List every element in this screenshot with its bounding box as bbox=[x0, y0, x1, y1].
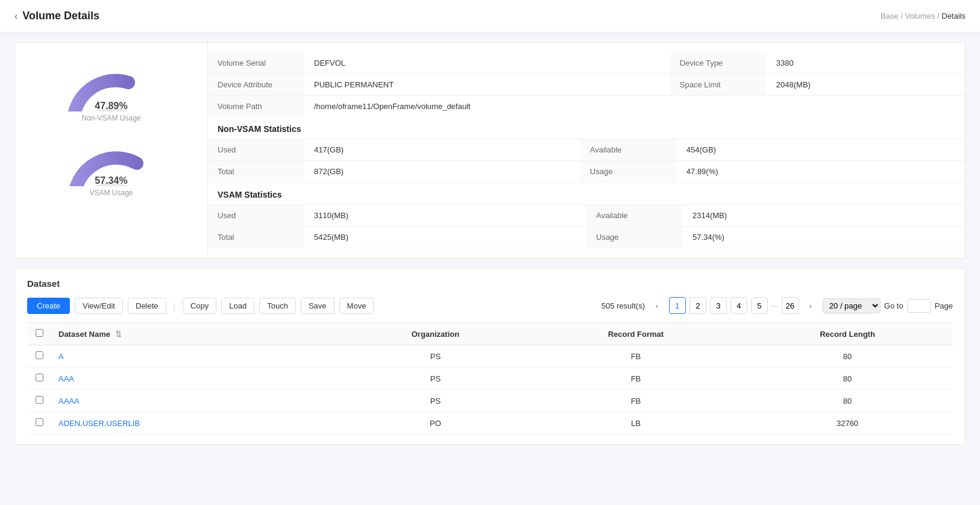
col-record-length: Record Length bbox=[742, 323, 953, 345]
page-4-button[interactable]: 4 bbox=[730, 297, 747, 314]
page-2-button[interactable]: 2 bbox=[689, 297, 706, 314]
select-all-header bbox=[27, 323, 51, 345]
toolbar: Create View/Edit Delete | Copy Load Touc… bbox=[27, 297, 953, 314]
goto-input[interactable] bbox=[907, 299, 931, 313]
format-cell: FB bbox=[530, 368, 742, 390]
dataset-name-cell: A bbox=[51, 345, 341, 368]
page-dots: ··· bbox=[771, 301, 778, 310]
page-header: ‹ Volume Details Base / Volumes / Detail… bbox=[0, 0, 980, 33]
table-row: Used 3110(MB) Available 2314(MB) bbox=[208, 205, 965, 227]
breadcrumb-base: Base bbox=[881, 11, 899, 20]
value-volume-path: /home/oframe11/OpenFrame/volume_default bbox=[304, 96, 965, 118]
label-volume-serial: Volume Serial bbox=[208, 52, 304, 74]
length-cell: 80 bbox=[742, 368, 953, 390]
row-checkbox[interactable] bbox=[36, 374, 43, 381]
page-title: Volume Details bbox=[22, 10, 99, 22]
dataset-name-link[interactable]: AAA bbox=[58, 374, 74, 383]
label-space-limit: Space Limit bbox=[670, 74, 767, 96]
format-cell: LB bbox=[530, 412, 742, 434]
breadcrumb-current: Details bbox=[941, 11, 966, 20]
copy-button[interactable]: Copy bbox=[183, 298, 216, 314]
non-vsam-chart: 47.89% Non-VSAM Usage bbox=[63, 57, 160, 122]
col-organization: Organization bbox=[341, 323, 530, 345]
page-last-button[interactable]: 26 bbox=[782, 297, 799, 314]
goto-label: Go to bbox=[884, 301, 903, 310]
dataset-title: Dataset bbox=[27, 278, 953, 289]
sort-icon: ⇅ bbox=[115, 330, 122, 339]
breadcrumb: Base / Volumes / Details bbox=[881, 11, 966, 20]
format-cell: FB bbox=[530, 345, 742, 368]
dataset-name-link[interactable]: A bbox=[58, 352, 64, 361]
org-cell: PS bbox=[341, 368, 530, 390]
org-cell: PS bbox=[341, 390, 530, 412]
separator: | bbox=[174, 301, 175, 310]
move-button[interactable]: Move bbox=[339, 298, 374, 314]
table-row: ADEN.USER.USERLIB PO LB 32760 bbox=[27, 412, 953, 434]
back-button[interactable]: ‹ bbox=[14, 11, 17, 22]
col-record-format: Record Format bbox=[530, 323, 742, 345]
label-device-attr: Device Attribute bbox=[208, 74, 304, 96]
volume-info-table: Volume Serial DEFVOL Device Type 3380 De… bbox=[208, 52, 965, 117]
select-all-checkbox[interactable] bbox=[36, 329, 43, 337]
table-row: Total 5425(MB) Usage 57.34(%) bbox=[208, 227, 965, 248]
length-cell: 80 bbox=[742, 345, 953, 368]
touch-button[interactable]: Touch bbox=[259, 298, 296, 314]
details-section: Volume Serial DEFVOL Device Type 3380 De… bbox=[208, 43, 965, 258]
load-button[interactable]: Load bbox=[221, 298, 254, 314]
row-checkbox[interactable] bbox=[36, 396, 43, 404]
row-checkbox-cell bbox=[27, 390, 51, 412]
page-3-button[interactable]: 3 bbox=[710, 297, 727, 314]
row-checkbox[interactable] bbox=[36, 418, 43, 426]
vsam-title: VSAM Statistics bbox=[208, 183, 965, 204]
table-row: Volume Path /home/oframe11/OpenFrame/vol… bbox=[208, 96, 965, 118]
dataset-name-cell: AAAA bbox=[51, 390, 341, 412]
page-1-button[interactable]: 1 bbox=[669, 297, 686, 314]
table-row: AAAA PS FB 80 bbox=[27, 390, 953, 412]
format-cell: FB bbox=[530, 390, 742, 412]
table-row: A PS FB 80 bbox=[27, 345, 953, 368]
table-header-row: Dataset Name ⇅ Organization Record Forma… bbox=[27, 323, 953, 345]
value-device-attr: PUBLIC PERMANENT bbox=[304, 74, 670, 96]
dataset-table: Dataset Name ⇅ Organization Record Forma… bbox=[27, 322, 953, 434]
table-row: AAA PS FB 80 bbox=[27, 368, 953, 390]
dataset-section: Dataset Create View/Edit Delete | Copy L… bbox=[14, 268, 966, 445]
org-cell: PS bbox=[341, 345, 530, 368]
org-cell: PO bbox=[341, 412, 530, 434]
table-row: Device Attribute PUBLIC PERMANENT Space … bbox=[208, 74, 965, 96]
dataset-name-link[interactable]: AAAA bbox=[58, 397, 80, 406]
charts-section: 47.89% Non-VSAM Usage bbox=[15, 43, 208, 258]
length-cell: 32760 bbox=[742, 412, 953, 434]
length-cell: 80 bbox=[742, 390, 953, 412]
vsam-chart: 57.34% VSAM Usage bbox=[63, 132, 160, 197]
page-size-select[interactable]: 20 / page 50 / page 100 / page bbox=[823, 298, 881, 313]
prev-page-button[interactable]: ‹ bbox=[649, 297, 665, 314]
non-vsam-label: Non-VSAM Usage bbox=[81, 114, 140, 122]
table-row: Total 872(GB) Usage 47.89(%) bbox=[208, 161, 965, 183]
dataset-name-link[interactable]: ADEN.USER.USERLIB bbox=[58, 419, 140, 428]
non-vsam-percent: 47.89% bbox=[95, 101, 127, 111]
vsam-percent: 57.34% bbox=[95, 175, 127, 186]
non-vsam-stats-table: Used 417(GB) Available 454(GB) Total 872… bbox=[208, 139, 965, 183]
page-label: Page bbox=[935, 301, 953, 310]
create-button[interactable]: Create bbox=[27, 298, 70, 314]
row-checkbox-cell bbox=[27, 368, 51, 390]
value-volume-serial: DEFVOL bbox=[304, 52, 670, 74]
top-panel: 47.89% Non-VSAM Usage bbox=[14, 42, 966, 259]
pagination: 505 result(s) ‹ 1 2 3 4 5 ··· 26 › 20 / … bbox=[602, 297, 953, 314]
vsam-stats-table: Used 3110(MB) Available 2314(MB) Total 5… bbox=[208, 204, 965, 248]
delete-button[interactable]: Delete bbox=[128, 298, 166, 314]
value-device-type: 3380 bbox=[767, 52, 965, 74]
dataset-name-cell: AAA bbox=[51, 368, 341, 390]
next-page-button[interactable]: › bbox=[802, 297, 819, 314]
col-dataset-name: Dataset Name ⇅ bbox=[51, 323, 341, 345]
label-volume-path: Volume Path bbox=[208, 96, 304, 118]
page-5-button[interactable]: 5 bbox=[751, 297, 768, 314]
non-vsam-title: Non-VSAM Statistics bbox=[208, 117, 965, 139]
save-button[interactable]: Save bbox=[301, 298, 335, 314]
row-checkbox-cell bbox=[27, 412, 51, 434]
row-checkbox[interactable] bbox=[36, 351, 43, 359]
vsam-label: VSAM Usage bbox=[89, 189, 133, 197]
label-device-type: Device Type bbox=[670, 52, 767, 74]
view-edit-button[interactable]: View/Edit bbox=[75, 298, 123, 314]
dataset-name-cell: ADEN.USER.USERLIB bbox=[51, 412, 341, 434]
